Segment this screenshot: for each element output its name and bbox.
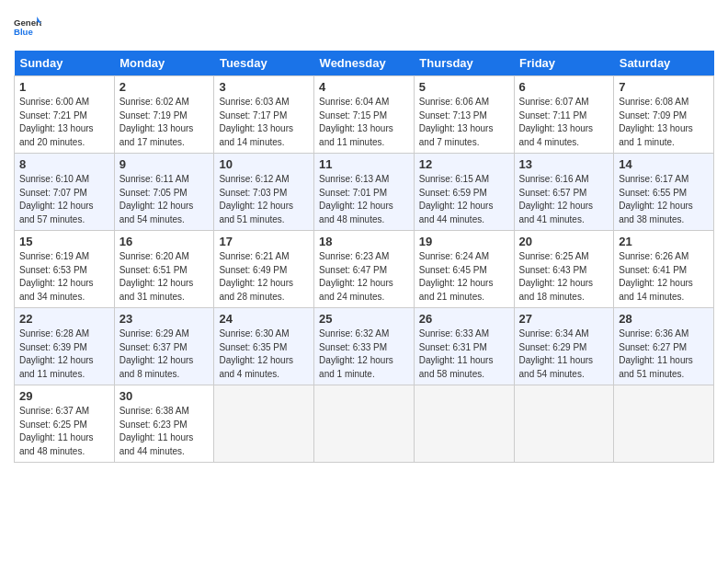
table-row: 3 Sunrise: 6:03 AM Sunset: 7:17 PM Dayli… bbox=[214, 76, 314, 154]
day-info: Sunrise: 6:38 AM Sunset: 6:23 PM Dayligh… bbox=[119, 405, 210, 458]
day-number: 1 bbox=[19, 80, 109, 94]
table-row: 5 Sunrise: 6:06 AM Sunset: 7:13 PM Dayli… bbox=[414, 76, 514, 154]
day-info: Sunrise: 6:15 AM Sunset: 6:59 PM Dayligh… bbox=[419, 173, 509, 226]
day-number: 12 bbox=[419, 157, 509, 171]
day-number: 16 bbox=[119, 235, 210, 248]
table-row: 8 Sunrise: 6:10 AM Sunset: 7:07 PM Dayli… bbox=[15, 154, 115, 231]
day-info: Sunrise: 6:33 AM Sunset: 6:31 PM Dayligh… bbox=[419, 327, 509, 381]
table-row bbox=[414, 385, 514, 463]
table-row: 7 Sunrise: 6:08 AM Sunset: 7:09 PM Dayli… bbox=[614, 76, 714, 154]
day-number: 22 bbox=[19, 312, 109, 326]
day-info: Sunrise: 6:16 AM Sunset: 6:57 PM Dayligh… bbox=[519, 173, 609, 226]
day-info: Sunrise: 6:24 AM Sunset: 6:45 PM Dayligh… bbox=[419, 250, 509, 304]
table-row: 21 Sunrise: 6:26 AM Sunset: 6:41 PM Dayl… bbox=[614, 231, 714, 308]
day-info: Sunrise: 6:11 AM Sunset: 7:05 PM Dayligh… bbox=[119, 173, 210, 226]
day-info: Sunrise: 6:26 AM Sunset: 6:41 PM Dayligh… bbox=[619, 250, 709, 304]
day-info: Sunrise: 6:32 AM Sunset: 6:33 PM Dayligh… bbox=[319, 327, 409, 381]
day-number: 8 bbox=[19, 157, 109, 171]
calendar-body: 1 Sunrise: 6:00 AM Sunset: 7:21 PM Dayli… bbox=[15, 76, 714, 463]
day-number: 18 bbox=[319, 235, 409, 248]
table-row: 14 Sunrise: 6:17 AM Sunset: 6:55 PM Dayl… bbox=[614, 154, 714, 231]
table-row bbox=[614, 385, 714, 463]
col-sunday: Sunday bbox=[15, 51, 115, 76]
table-row: 6 Sunrise: 6:07 AM Sunset: 7:11 PM Dayli… bbox=[514, 76, 614, 154]
table-row: 19 Sunrise: 6:24 AM Sunset: 6:45 PM Dayl… bbox=[414, 231, 514, 308]
day-info: Sunrise: 6:10 AM Sunset: 7:07 PM Dayligh… bbox=[19, 173, 109, 226]
table-row: 16 Sunrise: 6:20 AM Sunset: 6:51 PM Dayl… bbox=[114, 231, 214, 308]
header-row: Sunday Monday Tuesday Wednesday Thursday… bbox=[15, 51, 714, 76]
table-row: 22 Sunrise: 6:28 AM Sunset: 6:39 PM Dayl… bbox=[15, 308, 115, 385]
day-number: 26 bbox=[419, 312, 509, 326]
day-number: 19 bbox=[419, 235, 509, 248]
calendar-row: 8 Sunrise: 6:10 AM Sunset: 7:07 PM Dayli… bbox=[15, 154, 714, 231]
table-row: 30 Sunrise: 6:38 AM Sunset: 6:23 PM Dayl… bbox=[114, 385, 214, 463]
day-info: Sunrise: 6:03 AM Sunset: 7:17 PM Dayligh… bbox=[219, 96, 309, 149]
col-monday: Monday bbox=[114, 51, 214, 76]
table-row: 29 Sunrise: 6:37 AM Sunset: 6:25 PM Dayl… bbox=[15, 385, 115, 463]
table-row: 9 Sunrise: 6:11 AM Sunset: 7:05 PM Dayli… bbox=[114, 154, 214, 231]
day-info: Sunrise: 6:07 AM Sunset: 7:11 PM Dayligh… bbox=[519, 96, 609, 149]
day-number: 3 bbox=[219, 80, 309, 94]
day-number: 17 bbox=[219, 235, 309, 248]
day-info: Sunrise: 6:19 AM Sunset: 6:53 PM Dayligh… bbox=[19, 250, 109, 304]
table-row: 15 Sunrise: 6:19 AM Sunset: 6:53 PM Dayl… bbox=[15, 231, 115, 308]
table-row: 27 Sunrise: 6:34 AM Sunset: 6:29 PM Dayl… bbox=[514, 308, 614, 385]
day-info: Sunrise: 6:17 AM Sunset: 6:55 PM Dayligh… bbox=[619, 173, 709, 226]
logo: General Blue bbox=[14, 14, 41, 41]
col-wednesday: Wednesday bbox=[314, 51, 415, 76]
day-info: Sunrise: 6:25 AM Sunset: 6:43 PM Dayligh… bbox=[519, 250, 609, 304]
day-info: Sunrise: 6:13 AM Sunset: 7:01 PM Dayligh… bbox=[319, 173, 409, 226]
table-row bbox=[514, 385, 614, 463]
day-number: 10 bbox=[219, 157, 309, 171]
table-row: 4 Sunrise: 6:04 AM Sunset: 7:15 PM Dayli… bbox=[314, 76, 415, 154]
table-row: 12 Sunrise: 6:15 AM Sunset: 6:59 PM Dayl… bbox=[414, 154, 514, 231]
table-row bbox=[214, 385, 314, 463]
day-info: Sunrise: 6:30 AM Sunset: 6:35 PM Dayligh… bbox=[219, 327, 309, 381]
day-number: 15 bbox=[19, 235, 109, 248]
day-number: 13 bbox=[519, 157, 609, 171]
table-row: 13 Sunrise: 6:16 AM Sunset: 6:57 PM Dayl… bbox=[514, 154, 614, 231]
day-info: Sunrise: 6:00 AM Sunset: 7:21 PM Dayligh… bbox=[19, 96, 109, 149]
day-number: 4 bbox=[319, 80, 409, 94]
day-info: Sunrise: 6:23 AM Sunset: 6:47 PM Dayligh… bbox=[319, 250, 409, 304]
calendar-table: Sunday Monday Tuesday Wednesday Thursday… bbox=[14, 51, 714, 463]
day-number: 5 bbox=[419, 80, 509, 94]
table-row bbox=[314, 385, 415, 463]
table-row: 17 Sunrise: 6:21 AM Sunset: 6:49 PM Dayl… bbox=[214, 231, 314, 308]
calendar-row: 1 Sunrise: 6:00 AM Sunset: 7:21 PM Dayli… bbox=[15, 76, 714, 154]
day-info: Sunrise: 6:34 AM Sunset: 6:29 PM Dayligh… bbox=[519, 327, 609, 381]
day-info: Sunrise: 6:36 AM Sunset: 6:27 PM Dayligh… bbox=[619, 327, 709, 381]
table-row: 26 Sunrise: 6:33 AM Sunset: 6:31 PM Dayl… bbox=[414, 308, 514, 385]
day-number: 30 bbox=[119, 389, 210, 403]
day-number: 11 bbox=[319, 157, 409, 171]
day-number: 21 bbox=[619, 235, 709, 248]
calendar-row: 22 Sunrise: 6:28 AM Sunset: 6:39 PM Dayl… bbox=[15, 308, 714, 385]
day-number: 25 bbox=[319, 312, 409, 326]
day-number: 23 bbox=[119, 312, 210, 326]
day-number: 9 bbox=[119, 157, 210, 171]
col-friday: Friday bbox=[514, 51, 614, 76]
day-info: Sunrise: 6:21 AM Sunset: 6:49 PM Dayligh… bbox=[219, 250, 309, 304]
logo-icon: General Blue bbox=[14, 14, 41, 41]
table-row: 10 Sunrise: 6:12 AM Sunset: 7:03 PM Dayl… bbox=[214, 154, 314, 231]
day-info: Sunrise: 6:37 AM Sunset: 6:25 PM Dayligh… bbox=[19, 405, 109, 458]
col-thursday: Thursday bbox=[414, 51, 514, 76]
col-saturday: Saturday bbox=[614, 51, 714, 76]
day-number: 7 bbox=[619, 80, 709, 94]
day-number: 20 bbox=[519, 235, 609, 248]
day-number: 2 bbox=[119, 80, 210, 94]
col-tuesday: Tuesday bbox=[214, 51, 314, 76]
day-info: Sunrise: 6:06 AM Sunset: 7:13 PM Dayligh… bbox=[419, 96, 509, 149]
day-number: 14 bbox=[619, 157, 709, 171]
day-number: 27 bbox=[519, 312, 609, 326]
day-info: Sunrise: 6:20 AM Sunset: 6:51 PM Dayligh… bbox=[119, 250, 210, 304]
day-number: 28 bbox=[619, 312, 709, 326]
table-row: 18 Sunrise: 6:23 AM Sunset: 6:47 PM Dayl… bbox=[314, 231, 415, 308]
table-row: 11 Sunrise: 6:13 AM Sunset: 7:01 PM Dayl… bbox=[314, 154, 415, 231]
day-number: 29 bbox=[19, 389, 109, 403]
day-info: Sunrise: 6:02 AM Sunset: 7:19 PM Dayligh… bbox=[119, 96, 210, 149]
table-row: 2 Sunrise: 6:02 AM Sunset: 7:19 PM Dayli… bbox=[114, 76, 214, 154]
page-header: General Blue bbox=[14, 14, 714, 41]
day-info: Sunrise: 6:12 AM Sunset: 7:03 PM Dayligh… bbox=[219, 173, 309, 226]
calendar-row: 29 Sunrise: 6:37 AM Sunset: 6:25 PM Dayl… bbox=[15, 385, 714, 463]
